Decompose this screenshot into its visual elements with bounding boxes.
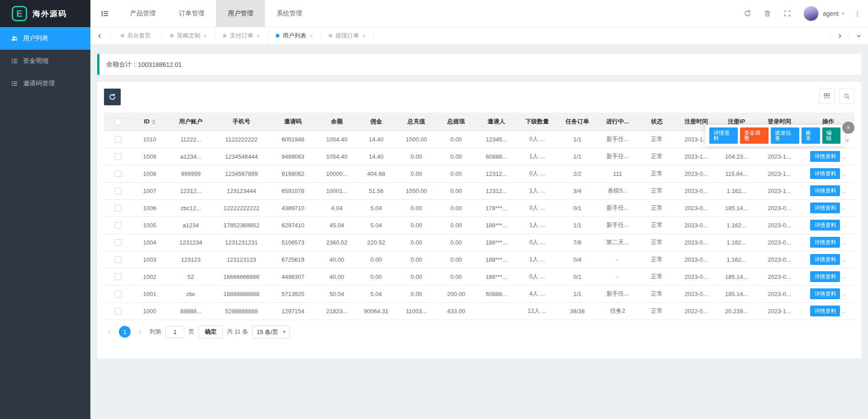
tabbar: 后台首页 策略定制 × 支付订单 × 用户列表 × 提现订单 × <box>90 27 868 45</box>
cell-reg_ip: 1.162... <box>716 251 757 268</box>
ledger-button[interactable]: 账本 <box>802 127 820 144</box>
funds-adjust-button[interactable]: 资金调整 <box>740 127 769 144</box>
cell-reg_ip: 104.23... <box>716 148 757 165</box>
cell-reg_time: 2022-0... <box>676 302 716 320</box>
chevron-down-icon[interactable]: ▼ <box>841 12 845 16</box>
cell-status: 正常 <box>637 251 676 268</box>
cell-account: a1234... <box>167 148 214 165</box>
topnav-item-users[interactable]: 用户管理 <box>216 0 265 27</box>
tab-close-icon[interactable]: × <box>362 33 366 39</box>
trash-icon[interactable] <box>764 9 771 17</box>
detail-info-button[interactable]: 详情资料 <box>709 127 738 144</box>
tab-status-dot <box>121 34 124 38</box>
sort-icon[interactable] <box>152 119 156 125</box>
row-checkbox[interactable] <box>115 256 122 263</box>
cell-reg_time: 2023-0... <box>676 251 716 268</box>
tab-pay-orders[interactable]: 支付订单 × <box>215 27 268 44</box>
detail-info-button[interactable]: 详情资料 <box>810 254 840 265</box>
cell-in_progress: - <box>598 268 637 285</box>
detail-info-button[interactable]: 详情资料 <box>810 288 840 299</box>
sidebar-toggle-icon[interactable] <box>100 9 109 18</box>
tab-close-icon[interactable]: × <box>309 33 313 39</box>
tabs-scroll-left-icon[interactable] <box>90 27 109 44</box>
cell-login_time: 2023-0... <box>757 234 802 251</box>
detail-info-button[interactable]: 详情资料 <box>810 271 840 282</box>
cell-actions: 详情资料... <box>802 182 854 199</box>
tab-withdraw-orders[interactable]: 提现订单 × <box>321 27 374 44</box>
detail-info-button[interactable]: 详情资料 <box>810 237 840 248</box>
tab-close-icon[interactable]: × <box>203 33 207 39</box>
row-checkbox[interactable] <box>115 222 122 229</box>
sidebar-item-funds-detail[interactable]: 资金明细 <box>0 50 90 72</box>
topnav-item-orders[interactable]: 订单管理 <box>167 0 216 27</box>
row-checkbox[interactable] <box>115 136 122 143</box>
tabs-menu-chevron-down-icon[interactable] <box>849 27 868 44</box>
row-checkbox[interactable] <box>115 153 122 160</box>
prev-page-icon[interactable] <box>104 326 115 337</box>
topnav-item-products[interactable]: 产品管理 <box>118 0 167 27</box>
cell-phone: 1234567899 <box>214 165 269 182</box>
detail-info-button[interactable]: 详情资料 <box>810 168 840 179</box>
sidebar-item-label: 资金明细 <box>23 57 48 65</box>
cell-checkbox <box>104 148 132 165</box>
row-checkbox[interactable] <box>115 308 122 315</box>
username-label[interactable]: agent <box>823 10 839 17</box>
balance-summary-label: 余额合计： <box>106 61 138 69</box>
table-row: 1009a1234...123454644494890631054.4014.4… <box>104 148 854 165</box>
row-checkbox[interactable] <box>115 170 122 177</box>
tab-strategy[interactable]: 策略定制 × <box>162 27 215 44</box>
edit-button[interactable]: 编辑 <box>822 127 841 144</box>
column-settings-button[interactable] <box>819 89 835 104</box>
topnav-item-system[interactable]: 系统管理 <box>265 0 314 27</box>
user-avatar[interactable] <box>803 6 819 21</box>
row-checkbox[interactable] <box>115 188 122 194</box>
more-menu-icon[interactable]: ⋮ <box>854 9 861 18</box>
detail-info-button[interactable]: 详情资料 <box>810 151 840 162</box>
detail-info-button[interactable]: 详情资料 <box>810 185 840 196</box>
tab-home[interactable]: 后台首页 <box>109 27 162 44</box>
row-checkbox[interactable] <box>115 291 122 297</box>
page-size-select[interactable]: 15 条/页 <box>252 325 290 339</box>
detail-info-button[interactable]: 详情资料 <box>810 306 840 316</box>
cell-reg_ip: 20.239... <box>716 302 757 320</box>
cell-inviter: 60888... <box>476 285 517 302</box>
actions-expand-caret-icon[interactable]: ▼ <box>845 138 850 143</box>
cell-balance: 45.04 <box>317 217 356 234</box>
brand-title: 海外源码 <box>33 9 67 19</box>
next-page-icon[interactable] <box>135 326 146 337</box>
search-button[interactable] <box>839 89 854 104</box>
cell-account: 1231234 <box>167 234 214 251</box>
tabs-scroll-right-icon[interactable] <box>830 27 849 44</box>
col-header-checkbox[interactable] <box>104 113 132 131</box>
goto-page-label: 到第 <box>150 328 161 336</box>
fullscreen-icon[interactable] <box>783 9 791 17</box>
col-header-id[interactable]: ID <box>132 113 167 131</box>
cell-in_progress: 新手任... <box>598 199 637 217</box>
close-icon[interactable]: × <box>842 122 854 134</box>
row-checkbox[interactable] <box>115 239 122 246</box>
current-page-button[interactable]: 1 <box>119 326 131 338</box>
dispatch-task-button[interactable]: 派发任务 <box>771 127 799 144</box>
table-refresh-button[interactable] <box>104 89 121 105</box>
detail-info-button[interactable]: 详情资料 <box>810 202 840 213</box>
tab-close-icon[interactable]: × <box>256 33 260 39</box>
detail-info-button[interactable]: 详情资料 <box>810 220 840 231</box>
cell-checkbox <box>104 268 132 285</box>
col-header-commission: 佣金 <box>356 113 396 131</box>
select-all-checkbox[interactable] <box>115 118 122 125</box>
cell-reg_time: 2023-0... <box>676 182 716 199</box>
sidebar-item-user-list[interactable]: 用户列表 <box>0 27 90 50</box>
goto-confirm-button[interactable]: 确定 <box>198 325 223 339</box>
cell-invite_code: 6051948 <box>269 131 317 148</box>
col-header-label: 进行中... <box>606 118 629 125</box>
cell-invite_code: 9489063 <box>269 148 317 165</box>
row-checkbox[interactable] <box>115 273 122 280</box>
row-checkbox[interactable] <box>115 205 122 212</box>
col-header-account: 用户账户 <box>167 113 214 131</box>
actions-overflow-ellipsis: ... <box>841 222 846 228</box>
cell-total_recharge: 1050.00 <box>396 182 437 199</box>
refresh-icon[interactable] <box>744 9 751 17</box>
goto-page-input[interactable] <box>165 326 184 338</box>
sidebar-item-invite-code[interactable]: 邀请码管理 <box>0 72 90 95</box>
tab-user-list[interactable]: 用户列表 × <box>268 27 321 44</box>
